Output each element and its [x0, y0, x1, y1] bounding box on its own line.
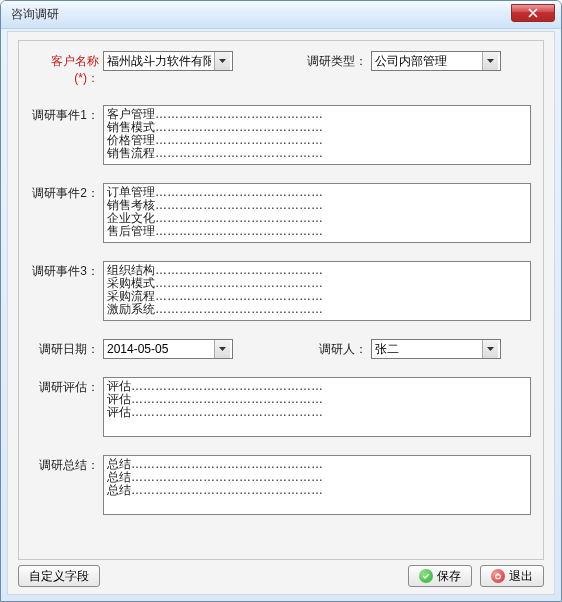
- save-button[interactable]: 保存: [408, 565, 472, 587]
- chevron-down-icon[interactable]: [214, 52, 230, 70]
- summary-textarea[interactable]: [103, 455, 531, 515]
- person-input[interactable]: [372, 340, 482, 358]
- row-event2: 调研事件2：: [31, 183, 531, 243]
- date-label: 调研日期：: [31, 339, 103, 358]
- chevron-down-icon[interactable]: [482, 52, 498, 70]
- check-icon: [419, 569, 433, 583]
- type-input[interactable]: [372, 52, 482, 70]
- person-combo[interactable]: [371, 339, 501, 359]
- event1-textarea[interactable]: [103, 105, 531, 165]
- chevron-down-icon[interactable]: [482, 340, 498, 358]
- window-title: 咨询调研: [11, 6, 59, 23]
- power-icon: [491, 569, 505, 583]
- row-customer-type: 客户名称(*)： 调研类型：: [31, 51, 531, 87]
- footer-bar: 自定义字段 保存 退出: [18, 564, 544, 588]
- chevron-down-icon[interactable]: [214, 340, 230, 358]
- row-date-person: 调研日期： 调研人：: [31, 339, 531, 359]
- form-panel: 客户名称(*)： 调研类型： 调研事件1： 调研事件2：: [18, 40, 544, 560]
- customer-combo[interactable]: [103, 51, 233, 71]
- app-window: 咨询调研 客户名称(*)： 调研类型： 调研事件1：: [0, 0, 562, 602]
- summary-label: 调研总结：: [31, 455, 103, 474]
- event1-label: 调研事件1：: [31, 105, 103, 124]
- event3-textarea[interactable]: [103, 261, 531, 321]
- close-button[interactable]: [511, 4, 555, 22]
- custom-field-button[interactable]: 自定义字段: [18, 565, 100, 587]
- custom-field-label: 自定义字段: [29, 568, 89, 585]
- event3-label: 调研事件3：: [31, 261, 103, 280]
- row-eval: 调研评估：: [31, 377, 531, 437]
- exit-label: 退出: [509, 568, 533, 585]
- type-label: 调研类型：: [303, 51, 371, 70]
- save-label: 保存: [437, 568, 461, 585]
- customer-label: 客户名称(*)：: [31, 51, 103, 87]
- type-combo[interactable]: [371, 51, 501, 71]
- customer-input[interactable]: [104, 52, 214, 70]
- date-combo[interactable]: [103, 339, 233, 359]
- row-event3: 调研事件3：: [31, 261, 531, 321]
- exit-button[interactable]: 退出: [480, 565, 544, 587]
- person-label: 调研人：: [303, 339, 371, 358]
- eval-label: 调研评估：: [31, 377, 103, 396]
- row-event1: 调研事件1：: [31, 105, 531, 165]
- event2-label: 调研事件2：: [31, 183, 103, 202]
- close-icon: [528, 8, 538, 18]
- row-summary: 调研总结：: [31, 455, 531, 515]
- eval-textarea[interactable]: [103, 377, 531, 437]
- event2-textarea[interactable]: [103, 183, 531, 243]
- date-input[interactable]: [104, 340, 214, 358]
- titlebar: 咨询调研: [1, 1, 561, 29]
- client-area: 客户名称(*)： 调研类型： 调研事件1： 调研事件2：: [7, 31, 555, 595]
